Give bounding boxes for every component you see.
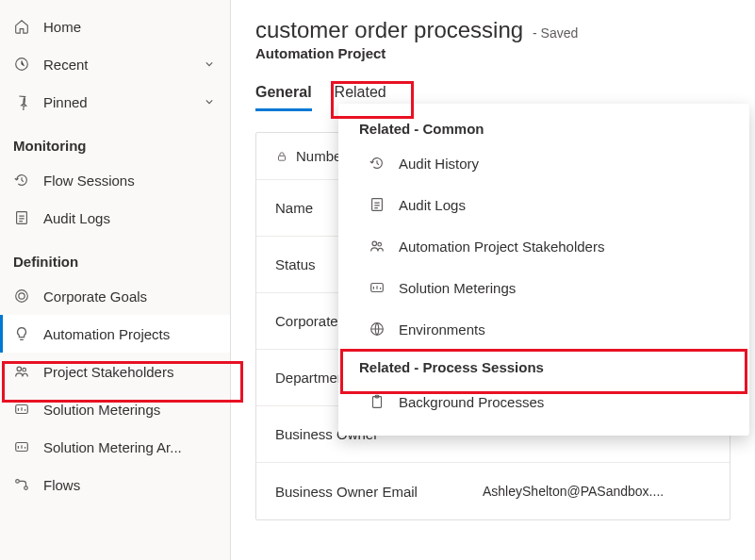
sidebar-item-corporate-goals[interactable]: Corporate Goals [0,277,230,315]
history-icon [13,172,30,189]
sidebar-item-home[interactable]: Home [0,8,230,45]
dropdown-item-environments[interactable]: Environments [338,308,749,350]
sidebar-item-label: Solution Meterings [43,402,160,418]
people-icon [13,363,30,380]
dropdown-item-label: Environments [399,321,485,338]
sidebar-item-project-stakeholders[interactable]: Project Stakeholders [0,353,230,390]
sidebar-item-label: Pinned [43,94,88,110]
sidebar-section-definition: Definition [0,237,230,277]
audit-icon [13,209,30,226]
related-dropdown: Related - Common Audit History Audit Log… [338,104,749,436]
people-icon [369,238,386,255]
sidebar-item-label: Solution Metering Ar... [43,439,182,455]
sidebar-item-solution-meterings[interactable]: Solution Meterings [0,390,230,428]
sidebar-item-label: Automation Projects [43,326,170,342]
meter-icon [13,401,30,418]
dropdown-section-common: Related - Common [338,111,749,142]
main-content: customer order processing - Saved Automa… [231,0,755,560]
sidebar-section-monitoring: Monitoring [0,121,230,161]
saved-indicator: - Saved [533,25,578,41]
flow-icon [13,476,30,493]
history-icon [369,155,386,172]
field-label: Name [275,200,313,216]
sidebar-item-label: Audit Logs [43,210,110,226]
dropdown-item-label: Audit Logs [399,197,466,213]
sidebar-item-flows[interactable]: Flows [0,466,230,503]
meter-icon [369,279,386,296]
home-icon [13,18,30,35]
dropdown-item-background-processes[interactable]: Background Processes [338,381,749,422]
globe-icon [369,321,386,338]
sidebar-item-automation-projects[interactable]: Automation Projects [0,315,230,353]
dropdown-item-label: Solution Meterings [399,280,516,296]
dropdown-item-audit-history[interactable]: Audit History [338,142,749,184]
sidebar-item-label: Corporate Goals [43,288,147,305]
clock-icon [13,56,30,73]
lock-icon [275,150,288,163]
dropdown-section-process: Related - Process Sessions [338,350,749,381]
audit-icon [369,196,386,213]
field-label: Business Owner Email [275,484,418,500]
sidebar-item-label: Project Stakeholders [43,364,173,380]
chevron-down-icon [202,57,217,72]
sidebar-item-audit-logs[interactable]: Audit Logs [0,199,230,237]
sidebar-item-label: Home [43,19,81,35]
dropdown-item-label: Automation Project Stakeholders [399,239,604,255]
sidebar-item-solution-metering-ar[interactable]: Solution Metering Ar... [0,428,230,466]
page-title: customer order processing [255,17,523,42]
dropdown-item-solution-meterings[interactable]: Solution Meterings [338,267,749,308]
header: customer order processing - Saved Automa… [255,17,730,61]
pin-icon [13,93,30,110]
sidebar-item-pinned[interactable]: Pinned [0,83,230,121]
target-icon [13,288,30,305]
sidebar-item-label: Flow Sessions [43,173,135,189]
field-label: Status [275,256,316,272]
dropdown-item-audit-logs[interactable]: Audit Logs [338,184,749,225]
sidebar: Home Recent Pinned Monitoring Flow Sessi… [0,0,231,560]
bulb-icon [13,325,30,342]
chevron-down-icon [202,94,217,109]
field-business-owner-email[interactable]: Business Owner Email AshleyShelton@PASan… [256,463,730,519]
meter-icon [13,438,30,455]
sidebar-item-label: Flows [43,477,80,493]
sidebar-item-label: Recent [43,57,89,73]
sidebar-item-recent[interactable]: Recent [0,45,230,83]
field-value: AshleyShelton@PASandbox.... [483,484,711,499]
tab-general[interactable]: General [255,84,312,111]
dropdown-item-label: Background Processes [399,394,544,410]
entity-subtitle: Automation Project [255,45,730,61]
dropdown-item-label: Audit History [399,156,479,172]
dropdown-item-stakeholders[interactable]: Automation Project Stakeholders [338,225,749,267]
sidebar-item-flow-sessions[interactable]: Flow Sessions [0,161,230,199]
clipboard-icon [369,393,386,410]
